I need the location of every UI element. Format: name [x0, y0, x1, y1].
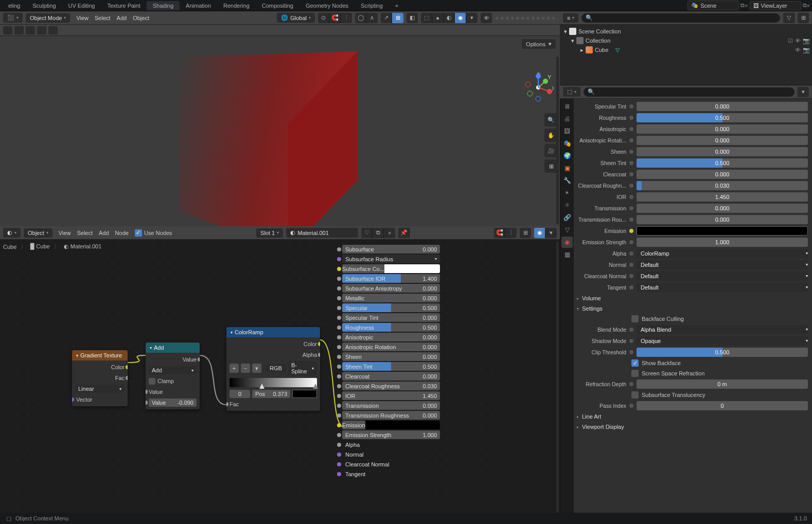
check-screen-space-refraction[interactable]: Screen Space Refraction: [576, 368, 808, 378]
ramp-remove-stop[interactable]: −: [241, 364, 250, 373]
prop-clearcoat[interactable]: Clearcoat0.000: [576, 169, 808, 179]
viewlayer-browse-icon[interactable]: ⧉: [803, 2, 807, 9]
snap-type-icon[interactable]: ⋮: [341, 13, 352, 23]
bsdf-transmission-roughness[interactable]: Transmission Roughness0.000: [342, 411, 440, 420]
pivot-icon[interactable]: ⊙: [318, 13, 329, 23]
section-settings[interactable]: ▾Settings: [576, 303, 808, 314]
bsdf-subsurface-radius[interactable]: Subsurface Radius▾: [342, 255, 440, 263]
workspace-tab[interactable]: Texture Paint: [101, 1, 147, 10]
ptab-data[interactable]: ▽: [561, 224, 573, 236]
workspace-tab[interactable]: UV Editing: [62, 1, 101, 10]
ne-overlay-icon[interactable]: ⊞: [520, 228, 531, 238]
outliner-filter-icon[interactable]: ▽: [783, 13, 795, 23]
ptab-object[interactable]: ▣: [561, 162, 573, 174]
bsdf-specular[interactable]: Specular0.500: [342, 303, 440, 312]
ne-backdrop-icon[interactable]: ◉: [534, 228, 545, 238]
scene-close-icon[interactable]: ×: [745, 3, 748, 9]
bsdf-metallic[interactable]: Metallic0.000: [342, 294, 440, 302]
node-editor-canvas[interactable]: Cube〉 ▉ Cube〉 ◐ Material.001 ▾Gradient T…: [0, 240, 560, 524]
bsdf-anisotropic-rotation[interactable]: Anisotropic Rotation0.000: [342, 342, 440, 351]
breadcrumb-item[interactable]: ◐ Material.001: [64, 243, 102, 250]
props-mode[interactable]: ⬚▾: [563, 87, 580, 97]
viewport-menu-object[interactable]: Object: [130, 15, 152, 21]
check-subsurface-translucency[interactable]: Subsurface Translucency: [576, 390, 808, 400]
section-line-art[interactable]: ▸Line Art: [576, 411, 808, 422]
bsdf-emission[interactable]: Emission: [342, 421, 440, 429]
proportional-icon[interactable]: ◯: [355, 13, 366, 23]
bsdf-alpha[interactable]: Alpha: [342, 440, 440, 449]
sel-tool-2[interactable]: [14, 26, 24, 34]
tree-cube[interactable]: ▸▽Cube▽👁📷: [562, 45, 810, 55]
bsdf-clearcoat-normal[interactable]: Clearcoat Normal: [342, 460, 440, 468]
viewlayer-close-icon[interactable]: ×: [807, 3, 810, 9]
prop-clip-threshold[interactable]: Clip Threshold0.500: [576, 347, 808, 357]
shading-opts-icon[interactable]: ▾: [466, 13, 478, 23]
add-workspace-tab[interactable]: +: [389, 1, 404, 10]
prop-sheen-tint[interactable]: Sheen Tint0.500: [576, 157, 808, 168]
show-gizmo-icon[interactable]: ↗: [381, 13, 392, 23]
mat-copy-icon[interactable]: ⧉: [373, 228, 384, 238]
ptab-particles[interactable]: ✴: [561, 187, 573, 198]
bsdf-tangent[interactable]: Tangent: [342, 469, 440, 478]
node-colorramp[interactable]: ▾ColorRamp Color Alpha + − ▾ RGB B-Splin…: [226, 327, 320, 411]
pin-icon[interactable]: 📌: [398, 228, 410, 238]
ramp-stop-pos[interactable]: Pos0.373: [252, 390, 290, 398]
scene-selector[interactable]: 🎭Scene: [687, 1, 739, 10]
node-editor-type[interactable]: ◐▾: [3, 228, 21, 238]
workspace-tab[interactable]: Geometry Nodes: [299, 1, 355, 10]
bsdf-sheen[interactable]: Sheen0.000: [342, 352, 440, 361]
ne-snap-icon[interactable]: 🧲: [494, 228, 505, 238]
props-search[interactable]: 🔍: [584, 87, 795, 97]
slot-selector[interactable]: Slot 1▾: [256, 228, 283, 238]
sel-tool-3[interactable]: [26, 26, 35, 34]
editor-type-selector[interactable]: ⬛▾: [3, 13, 23, 23]
ramp-stop-color[interactable]: [292, 390, 317, 398]
node-menu-add[interactable]: Add: [96, 230, 112, 236]
prop-specular-tint[interactable]: Specular Tint0.000: [576, 101, 808, 112]
sel-tool-5[interactable]: [48, 26, 58, 34]
workspace-tab[interactable]: Animation: [180, 1, 217, 10]
bsdf-normal[interactable]: Normal: [342, 450, 440, 459]
node-math-add[interactable]: ▾Add Value Add▾ Clamp Value Value-0.090: [146, 342, 200, 409]
outliner-search[interactable]: 🔍: [581, 13, 780, 23]
orientation-selector[interactable]: 🌐 Global▾: [277, 13, 315, 23]
bsdf-anisotropic[interactable]: Anisotropic0.000: [342, 333, 440, 341]
mat-fakeuser-icon[interactable]: ♡: [361, 228, 373, 238]
prop-shadow-mode[interactable]: Shadow ModeOpaque▾: [576, 335, 808, 346]
matprev-icon[interactable]: ◐: [444, 13, 455, 23]
ptab-material[interactable]: ◉: [561, 237, 573, 248]
workspace-tab[interactable]: eling: [2, 1, 26, 10]
bsdf-roughness[interactable]: Roughness0.500: [342, 323, 440, 332]
ramp-mode[interactable]: RGB: [266, 364, 286, 372]
viewport-menu-select[interactable]: Select: [92, 15, 114, 21]
prop-emission[interactable]: Emission: [576, 225, 808, 236]
prop-blend-mode[interactable]: Blend ModeAlpha Blend▾: [576, 324, 808, 335]
xray-icon[interactable]: ◧: [407, 13, 418, 23]
node-data-type[interactable]: Object▾: [24, 228, 52, 238]
prop-pass-index[interactable]: Pass Index0: [576, 400, 808, 411]
ptab-physics[interactable]: ⚛: [561, 200, 573, 211]
ptab-viewlayer[interactable]: 🖼: [561, 125, 573, 137]
rendered-icon[interactable]: ◉: [455, 13, 466, 23]
bsdf-transmission[interactable]: Transmission0.000: [342, 401, 440, 410]
proportional-type-icon[interactable]: ∧: [366, 13, 378, 23]
use-nodes-checkbox[interactable]: ✓ Use Nodes: [135, 229, 172, 237]
ptab-render[interactable]: 🖥: [561, 101, 573, 112]
prop-transmission[interactable]: Transmission0.000: [576, 203, 808, 213]
breadcrumb-item[interactable]: Cube: [3, 244, 16, 250]
outliner-mode[interactable]: ≡▾: [563, 13, 578, 23]
sel-tool-4[interactable]: [37, 26, 46, 34]
ramp-interp[interactable]: B-Spline▾: [288, 361, 317, 375]
bsdf-specular-tint[interactable]: Specular Tint0.000: [342, 313, 440, 322]
node-menu-view[interactable]: View: [56, 230, 74, 236]
prop-sheen[interactable]: Sheen0.000: [576, 146, 808, 157]
bsdf-clearcoat-roughness[interactable]: Clearcoat Roughness0.030: [342, 382, 440, 390]
colorramp-gradient[interactable]: [230, 378, 317, 387]
section-volume[interactable]: ▸Volume: [576, 293, 808, 303]
breadcrumb-item[interactable]: ▉ Cube: [30, 243, 49, 250]
check-show-backface[interactable]: ✓Show Backface: [576, 358, 808, 368]
prop-clearcoat-normal[interactable]: Clearcoat NormalDefault▾: [576, 270, 808, 281]
ptab-world[interactable]: 🌍: [561, 150, 573, 161]
bsdf-subsurface-anisotropy[interactable]: Subsurface Anisotropy0.000: [342, 284, 440, 293]
workspace-tab[interactable]: Scripting: [355, 1, 389, 10]
